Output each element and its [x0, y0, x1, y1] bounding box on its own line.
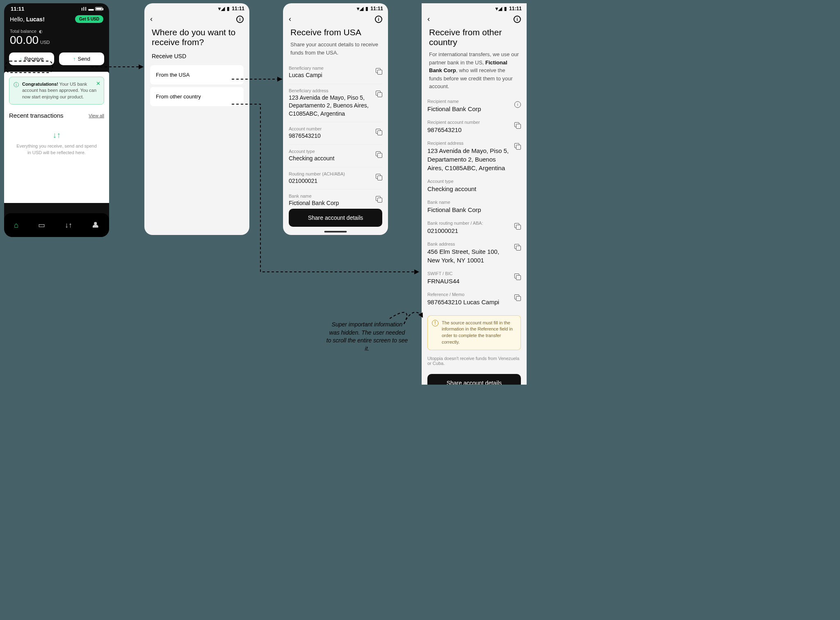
- copy-icon[interactable]: [514, 274, 521, 280]
- clock: 11:11: [11, 6, 24, 12]
- field-label: Bank routing number / ABA:: [427, 221, 511, 226]
- lower-panel: ⓘ Congratulations! Your US bank account …: [4, 72, 109, 203]
- congrats-banner: ⓘ Congratulations! Your US bank account …: [9, 77, 104, 105]
- field-value: 123 Avenida de Mayo, Piso 5, Departament…: [289, 94, 372, 118]
- field-value: 123 Avenida de Mayo, Piso 5, Departament…: [427, 146, 511, 172]
- warning-icon: !: [432, 320, 438, 326]
- annotation-caption: Super important information was hidden. …: [326, 321, 408, 353]
- field-value: FRNAUS44: [427, 277, 511, 285]
- nav-home-icon[interactable]: ⌂: [14, 221, 18, 230]
- field-value: Lucas Campi: [289, 71, 372, 80]
- greeting: Hello, Lucas!: [10, 16, 45, 23]
- warning-banner: ! The source account must fill in the in…: [427, 315, 521, 351]
- option-from-other[interactable]: From other country: [150, 87, 244, 106]
- status-bar: ▾◢ ▮11:11: [283, 3, 388, 12]
- balance-label-row: Total balance ◐: [4, 23, 109, 34]
- alert-icon: ⓘ: [14, 81, 19, 100]
- field-value: Checking account: [289, 155, 372, 163]
- copy-icon[interactable]: [376, 174, 382, 180]
- bottom-nav: ⌂ ▭ ↓↑ 👤︎: [4, 213, 109, 237]
- section-label: Receive USD: [144, 49, 249, 63]
- field-label: Beneficiary name: [289, 66, 372, 71]
- page-title: Where do you want to receive from?: [144, 27, 249, 49]
- status-bar: ▾◢ ▮11:11: [422, 3, 527, 12]
- field-label: Recipient address: [427, 141, 511, 146]
- screen-receive-usa: ▾◢ ▮11:11 ‹ i Receive from USA Share you…: [283, 3, 388, 235]
- page-title: Receive from other country: [422, 27, 527, 49]
- info-icon[interactable]: i: [236, 16, 244, 23]
- field-value: 456 Elm Street, Suite 100, New York, NY …: [427, 247, 511, 264]
- field-label: Bank name: [289, 194, 372, 198]
- transfer-icon: ↓↑: [15, 130, 98, 140]
- page-subtitle: Share your account details to receive fu…: [283, 39, 388, 62]
- field-label: Account type: [289, 149, 372, 154]
- copy-icon[interactable]: [376, 68, 382, 75]
- field-label: Recipient name: [427, 99, 511, 104]
- field-value: 9876543210: [427, 125, 511, 134]
- screen-receive-other: ▾◢ ▮11:11 ‹ i Receive from other country…: [422, 3, 527, 385]
- send-button[interactable]: ↑Send: [59, 52, 104, 65]
- field-value: Fictional Bank Corp: [289, 199, 372, 207]
- screen-home: 11:11 ıll ▬ Hello, Lucas! Get 5 USD Tota…: [4, 3, 109, 237]
- field-value: Checking account: [427, 185, 521, 193]
- back-icon[interactable]: ‹: [150, 15, 153, 23]
- balance-amount: 00.00USD: [4, 34, 109, 52]
- home-indicator: [324, 231, 347, 232]
- arrow-down-icon: ↓: [20, 56, 23, 62]
- copy-icon[interactable]: [514, 143, 521, 150]
- screen-receive-source: ▾◢ ▮11:11 ‹ i Where do you want to recei…: [144, 3, 249, 235]
- view-all-link[interactable]: View all: [89, 113, 104, 118]
- field-label: Account number: [289, 126, 372, 131]
- back-icon[interactable]: ‹: [289, 15, 291, 23]
- field-value: 021000021: [427, 226, 511, 235]
- copy-icon[interactable]: [514, 122, 521, 129]
- page-subtitle: For international transfers, we use our …: [422, 49, 527, 96]
- field-value: 9876543210 Lucas Campi: [427, 298, 511, 306]
- nav-profile-icon[interactable]: 👤︎: [92, 221, 99, 230]
- field-label: Beneficiary address: [289, 88, 372, 93]
- copy-icon[interactable]: [514, 244, 521, 251]
- footer-note: Utoppia doesn't receive funds from Venez…: [422, 356, 527, 370]
- receive-button[interactable]: ↓Receive: [9, 52, 54, 65]
- field-label: Reference / Memo: [427, 292, 511, 297]
- copy-icon[interactable]: [514, 294, 521, 301]
- copy-icon[interactable]: [514, 223, 521, 230]
- copy-icon[interactable]: [376, 129, 382, 135]
- nav-card-icon[interactable]: ▭: [38, 221, 45, 230]
- field-value: Fictional Bank Corp: [427, 105, 511, 113]
- share-button[interactable]: Share account details: [289, 209, 382, 227]
- arrow-up-icon: ↑: [73, 56, 76, 62]
- nav-transfer-icon[interactable]: ↓↑: [65, 221, 72, 230]
- field-label: Routing number (ACH/ABA): [289, 171, 372, 176]
- field-value: Fictional Bank Corp: [427, 205, 521, 214]
- greeting-row: Hello, Lucas! Get 5 USD: [4, 13, 109, 23]
- eye-icon[interactable]: ◐: [39, 29, 43, 34]
- share-button[interactable]: Share account details: [427, 374, 521, 385]
- field-label: SWIFT / BIC: [427, 271, 511, 276]
- info-icon[interactable]: i: [514, 101, 521, 108]
- copy-icon[interactable]: [376, 91, 382, 97]
- copy-icon[interactable]: [376, 151, 382, 158]
- empty-state: ↓↑ Everything you receive, send and spen…: [9, 122, 104, 164]
- field-value: 9876543210: [289, 132, 372, 140]
- field-label: Bank name: [427, 200, 521, 205]
- balance-label: Total balance: [10, 29, 37, 34]
- page-title: Receive from USA: [283, 27, 388, 39]
- copy-icon[interactable]: [376, 196, 382, 203]
- status-icons: ıll ▬: [81, 6, 103, 12]
- field-label: Account type: [427, 179, 521, 184]
- info-icon[interactable]: i: [514, 16, 521, 23]
- field-value: 021000021: [289, 177, 372, 185]
- promo-pill[interactable]: Get 5 USD: [75, 15, 103, 23]
- field-label: Bank address: [427, 242, 511, 246]
- status-bar: ▾◢ ▮11:11: [144, 3, 249, 12]
- option-from-usa[interactable]: From the USA: [150, 65, 244, 84]
- status-bar: 11:11 ıll ▬: [4, 3, 109, 13]
- field-label: Recipient account number: [427, 120, 511, 125]
- close-icon[interactable]: ✕: [96, 80, 100, 87]
- info-icon[interactable]: i: [375, 16, 382, 23]
- back-icon[interactable]: ‹: [427, 15, 430, 23]
- recent-header: Recent transactions View all: [9, 112, 104, 119]
